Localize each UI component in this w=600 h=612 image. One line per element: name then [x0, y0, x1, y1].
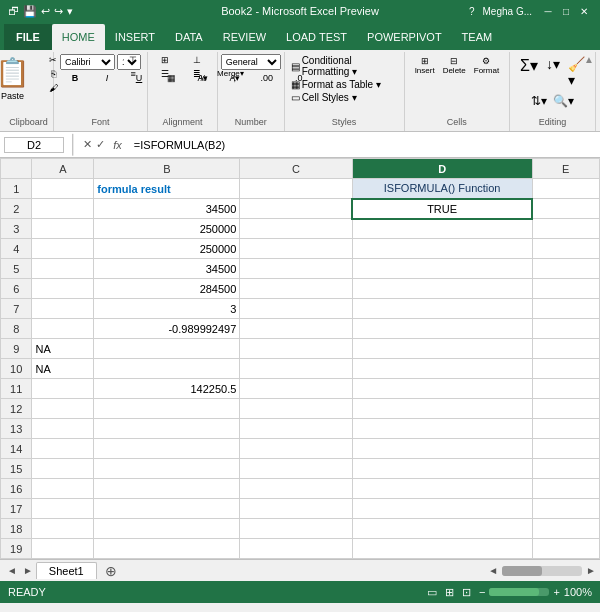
- cell-d5[interactable]: [352, 259, 532, 279]
- cell-c11[interactable]: [240, 379, 352, 399]
- cell-e9[interactable]: [532, 339, 599, 359]
- cell-e5[interactable]: [532, 259, 599, 279]
- col-header-d[interactable]: D: [352, 159, 532, 179]
- maximize-button[interactable]: □: [558, 6, 574, 17]
- cell-d1[interactable]: ISFORMULA() Function: [352, 179, 532, 199]
- quick-access-redo[interactable]: ↪: [54, 5, 63, 18]
- conditional-formatting-button[interactable]: ▤ Conditional Formatting ▾: [289, 54, 400, 78]
- cell-c7[interactable]: [240, 299, 352, 319]
- format-as-table-button[interactable]: ▦ Format as Table ▾: [289, 78, 400, 91]
- cell-a10[interactable]: NA: [32, 359, 94, 379]
- col-header-c[interactable]: C: [240, 159, 352, 179]
- align-center-button[interactable]: ☰: [150, 68, 180, 80]
- cell-b6[interactable]: 284500: [94, 279, 240, 299]
- cell-c4[interactable]: [240, 239, 352, 259]
- minimize-button[interactable]: ─: [540, 6, 556, 17]
- cell-a9[interactable]: NA: [32, 339, 94, 359]
- tab-file[interactable]: FILE: [4, 24, 52, 50]
- sort-filter-button[interactable]: ⇅▾: [529, 92, 549, 110]
- user-info[interactable]: Megha G...: [483, 6, 532, 17]
- cell-e11[interactable]: [532, 379, 599, 399]
- name-box[interactable]: D2: [4, 137, 64, 153]
- cell-b1[interactable]: formula result: [94, 179, 240, 199]
- tab-load-test[interactable]: LOAD TEST: [276, 24, 357, 50]
- align-left-button[interactable]: ≡: [118, 68, 148, 80]
- zoom-out-button[interactable]: −: [479, 586, 485, 598]
- col-header-a[interactable]: A: [32, 159, 94, 179]
- paste-button[interactable]: 📋 Paste: [0, 54, 36, 103]
- cell-a6[interactable]: [32, 279, 94, 299]
- formula-input[interactable]: =ISFORMULA(B2): [130, 138, 596, 152]
- cell-a4[interactable]: [32, 239, 94, 259]
- tab-data[interactable]: DATA: [165, 24, 213, 50]
- horizontal-scrollbar[interactable]: ◄ ►: [488, 565, 596, 576]
- cell-d6[interactable]: [352, 279, 532, 299]
- cell-b8[interactable]: -0.989992497: [94, 319, 240, 339]
- cell-c8[interactable]: [240, 319, 352, 339]
- add-sheet-button[interactable]: ⊕: [97, 561, 125, 581]
- cell-a1[interactable]: [32, 179, 94, 199]
- cell-e10[interactable]: [532, 359, 599, 379]
- format-cells-button[interactable]: ⚙ Format: [472, 54, 501, 77]
- tab-powerpivot[interactable]: POWERPIVOT: [357, 24, 452, 50]
- cell-d7[interactable]: [352, 299, 532, 319]
- quick-access-undo[interactable]: ↩: [41, 5, 50, 18]
- help-icon[interactable]: ?: [469, 6, 475, 17]
- cell-e3[interactable]: [532, 219, 599, 239]
- sheet-tab-1[interactable]: Sheet1: [36, 562, 97, 579]
- cell-a7[interactable]: [32, 299, 94, 319]
- quick-access-save[interactable]: 💾: [23, 5, 37, 18]
- increase-decimal-button[interactable]: .00: [252, 72, 282, 84]
- cell-e6[interactable]: [532, 279, 599, 299]
- percent-button[interactable]: %: [188, 72, 218, 84]
- comma-button[interactable]: ,: [220, 72, 250, 84]
- cell-e7[interactable]: [532, 299, 599, 319]
- fill-button[interactable]: ↓▾: [544, 54, 562, 90]
- cell-e4[interactable]: [532, 239, 599, 259]
- cell-c9[interactable]: [240, 339, 352, 359]
- ribbon-collapse-button[interactable]: ▲: [584, 54, 594, 65]
- tab-insert[interactable]: INSERT: [105, 24, 165, 50]
- find-select-button[interactable]: 🔍▾: [551, 92, 576, 110]
- tab-home[interactable]: HOME: [52, 24, 105, 50]
- cell-c5[interactable]: [240, 259, 352, 279]
- quick-access-dropdown[interactable]: ▾: [67, 5, 73, 18]
- col-header-e[interactable]: E: [532, 159, 599, 179]
- cell-a5[interactable]: [32, 259, 94, 279]
- cell-a3[interactable]: [32, 219, 94, 239]
- cell-b2[interactable]: 34500: [94, 199, 240, 219]
- align-middle-button[interactable]: ⊞: [150, 54, 180, 66]
- cell-b9[interactable]: [94, 339, 240, 359]
- insert-cells-button[interactable]: ⊞ Insert: [413, 54, 437, 77]
- cell-d11[interactable]: [352, 379, 532, 399]
- tab-review[interactable]: REVIEW: [213, 24, 276, 50]
- cell-e2[interactable]: [532, 199, 599, 219]
- cell-d9[interactable]: [352, 339, 532, 359]
- col-header-b[interactable]: B: [94, 159, 240, 179]
- cell-styles-button[interactable]: ▭ Cell Styles ▾: [289, 91, 400, 104]
- formula-cancel-button[interactable]: ✕: [83, 138, 92, 151]
- zoom-in-button[interactable]: +: [553, 586, 559, 598]
- close-button[interactable]: ✕: [576, 6, 592, 17]
- formula-enter-button[interactable]: ✓: [96, 138, 105, 151]
- fx-button[interactable]: fx: [109, 139, 126, 151]
- cell-d3[interactable]: [352, 219, 532, 239]
- cell-e1[interactable]: [532, 179, 599, 199]
- cell-d2[interactable]: TRUE: [352, 199, 532, 219]
- align-top-button[interactable]: ⊤: [118, 54, 148, 66]
- cell-d4[interactable]: [352, 239, 532, 259]
- cell-d10[interactable]: [352, 359, 532, 379]
- page-break-button[interactable]: ⊡: [462, 586, 471, 599]
- cell-e8[interactable]: [532, 319, 599, 339]
- cell-c6[interactable]: [240, 279, 352, 299]
- cell-c2[interactable]: [240, 199, 352, 219]
- cell-a11[interactable]: [32, 379, 94, 399]
- normal-view-button[interactable]: ▭: [427, 586, 437, 599]
- tab-team[interactable]: TEAM: [452, 24, 503, 50]
- cell-c3[interactable]: [240, 219, 352, 239]
- zoom-slider[interactable]: [489, 588, 549, 596]
- delete-cells-button[interactable]: ⊟ Delete: [441, 54, 468, 77]
- font-family-select[interactable]: Calibri: [60, 54, 115, 70]
- number-format-select[interactable]: General: [221, 54, 281, 70]
- cell-c10[interactable]: [240, 359, 352, 379]
